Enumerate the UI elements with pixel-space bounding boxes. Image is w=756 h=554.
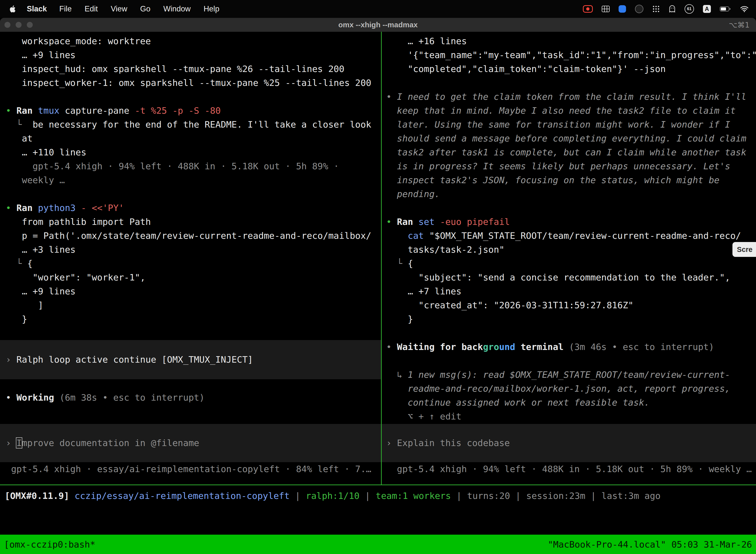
terminal-line: • Ran tmux capture-pane -t %25 -p -S -80 [0, 104, 381, 118]
menubar-item-edit[interactable]: Edit [78, 4, 104, 13]
terminal-line: ] [0, 298, 381, 312]
text-segment: at [6, 133, 33, 144]
terminal-line: … +110 lines [0, 146, 381, 159]
zoom-button[interactable] [27, 22, 33, 28]
prompt-band[interactable]: › Explain this codebase [382, 424, 756, 462]
prompt-band[interactable]: › Improve documentation in @filename [0, 424, 381, 462]
text-segment: | [360, 491, 376, 501]
input-source-icon[interactable]: A [703, 5, 711, 13]
text-segment: … +9 lines [6, 286, 76, 296]
terminal-pane-right[interactable]: … +16 lines '{"team_name":"my-team","tas… [382, 32, 756, 485]
close-button[interactable] [4, 22, 10, 28]
apps-grid-icon[interactable] [652, 5, 660, 13]
terminal-line: inspect_hud: omx sparkshell --tmux-pane … [0, 62, 381, 76]
terminal-line: at [0, 131, 381, 146]
dark-app-icon[interactable] [635, 5, 643, 13]
terminal-line [0, 326, 381, 340]
blue-app-icon[interactable] [619, 5, 626, 13]
wifi-icon[interactable] [740, 6, 749, 12]
text-segment: Explain this codebase [397, 438, 510, 448]
terminal-line: cat "$OMX_TEAM_STATE_ROOT/team/review-cu… [382, 229, 756, 243]
terminal-line [0, 90, 381, 104]
terminal-line: … +3 lines [0, 243, 381, 257]
window-titlebar[interactable]: omx --xhigh --madmax ⌥⌘1 [0, 18, 756, 32]
window-shortcut-hint: ⌥⌘1 [729, 20, 756, 29]
text-segment: ] [6, 300, 44, 310]
minimize-button[interactable] [16, 22, 21, 28]
text-segment: … +16 lines [386, 36, 467, 46]
text-segment: p = Path('.omx/state/team/review-current… [6, 231, 371, 241]
text-segment: • [386, 342, 397, 352]
text-segment: from pathlib import Path [6, 217, 151, 227]
text-segment: "$OMX_TEAM_STATE_ROOT/team/review-curren… [429, 231, 741, 241]
ghost-icon[interactable] [669, 5, 676, 13]
battery-icon[interactable] [720, 6, 731, 12]
text-segment: "created_at": "2026-03-31T11:59:27.816Z" [386, 300, 633, 310]
terminal-line: └ be necessary for the end of the README… [0, 118, 381, 131]
text-segment: I [16, 438, 22, 448]
terminal-line [382, 201, 756, 215]
text-segment: -t %25 -p -S -80 [135, 106, 221, 116]
text-segment: … +7 lines [386, 286, 461, 296]
terminal-line: } [0, 312, 381, 326]
text-segment: readme-and-reco/mailbox/worker-1.json, a… [386, 384, 730, 394]
text-segment: terminal [515, 342, 569, 352]
terminal-line: should send a message before completing … [382, 131, 756, 146]
text-segment: set [419, 217, 440, 227]
menubar-item-window[interactable]: Window [157, 4, 197, 13]
terminal-line: • Working (6m 38s • esc to interrupt) [0, 391, 381, 404]
terminal-line: "created_at": "2026-03-31T11:59:27.816Z" [382, 298, 756, 312]
text-segment: Ran [397, 217, 419, 227]
text-segment: … +9 lines [6, 50, 76, 60]
terminal-line: is in progress? It seems likely but perh… [382, 159, 756, 173]
terminal-line: • I need to get the claim token from the… [382, 90, 756, 104]
prompt-line[interactable]: › Ralph loop active continue [OMX_TMUX_I… [0, 353, 253, 367]
text-segment: (3m 46s • esc to interrupt) [569, 342, 714, 352]
terminal-line: inspect_worker-1: omx sparkshell --tmux-… [0, 76, 381, 90]
window-grid-icon[interactable] [602, 6, 610, 12]
menubar-item-file[interactable]: File [53, 4, 78, 13]
terminal-line: readme-and-reco/mailbox/worker-1.json, a… [382, 382, 756, 396]
menubar-left: Slack File Edit View Go Window Help [0, 4, 226, 13]
terminal-line: pending. [382, 187, 756, 201]
text-segment: • [386, 217, 397, 227]
text-segment: | [290, 491, 306, 501]
menubar-item-help[interactable]: Help [197, 4, 226, 13]
prompt-line[interactable]: › Improve documentation in @filename [0, 436, 199, 450]
text-segment: inspect_hud: omx sparkshell --tmux-pane … [6, 64, 344, 74]
menubar-item-go[interactable]: Go [134, 4, 157, 13]
terminal-line: tasks/task-2.json" [382, 243, 756, 257]
text-segment: gpt-5.4 xhigh · 94% left · 488K in · 5.1… [6, 161, 339, 171]
prompt-band[interactable]: › Ralph loop active continue [OMX_TMUX_I… [0, 340, 381, 379]
apple-menu-icon[interactable] [7, 5, 21, 13]
text-segment: … +3 lines [6, 244, 76, 255]
terminal-pane-left[interactable]: workspace_mode: worktree … +9 lines insp… [0, 32, 381, 485]
terminal-line [0, 187, 381, 201]
terminal-line: … +7 lines [382, 284, 756, 298]
text-segment: '{"team_name":"my-team","task_id":"1","f… [386, 50, 756, 60]
text-segment: ⌥ + ↑ edit [386, 411, 461, 422]
text-segment: pending. [386, 189, 440, 199]
text-segment: • [6, 106, 16, 116]
text-segment [386, 231, 408, 241]
text-segment: { [408, 258, 413, 269]
tmux-host-clock: "MacBook-Pro-44.local" 05:03 31-Mar-26 [548, 539, 752, 550]
text-segment: keep that in mind. Maybe I also need the… [386, 106, 736, 116]
text-segment: └ [6, 119, 33, 129]
screen-recording-icon[interactable] [583, 5, 593, 13]
terminal-line [382, 354, 756, 368]
terminal-line: └ { [382, 257, 756, 271]
traffic-lights [0, 22, 33, 28]
terminal-line: • Waiting for background terminal (3m 46… [382, 340, 756, 354]
text-segment: › [6, 354, 16, 365]
menubar-app-name[interactable]: Slack [21, 4, 53, 13]
text-segment: [OMX#0.11.9] [5, 491, 75, 501]
terminal-content[interactable]: workspace_mode: worktree … +9 lines insp… [0, 32, 756, 485]
menubar-item-view[interactable]: View [104, 4, 134, 13]
terminal-line: keep that in mind. Maybe I also need the… [382, 104, 756, 118]
battery-percent-badge[interactable]: 61 [685, 4, 694, 14]
prompt-line[interactable]: › Explain this codebase [382, 436, 510, 450]
terminal-line: ↳ 1 new msg(s): read $OMX_TEAM_STATE_ROO… [382, 368, 756, 382]
text-segment: } [386, 314, 413, 324]
text-segment: gpt-5.4 xhigh · 94% left · 488K in · 5.1… [386, 464, 752, 474]
